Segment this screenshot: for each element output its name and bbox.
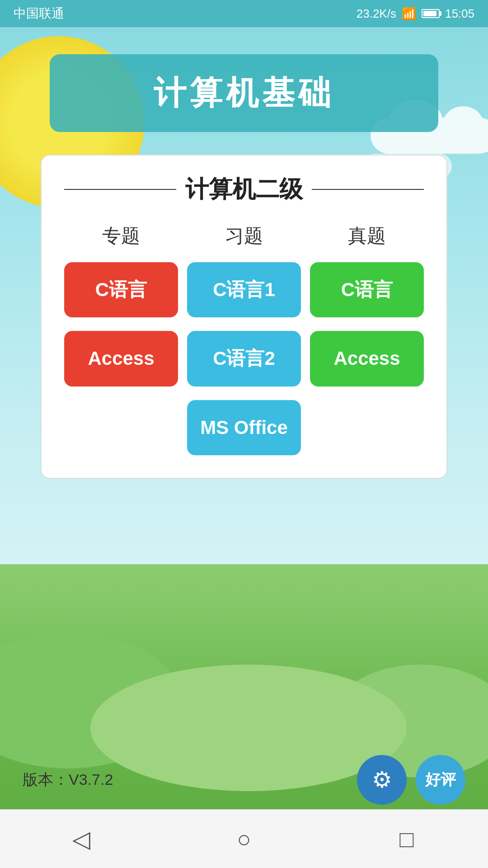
status-bar-right: 23.2K/s 📶 15:05 xyxy=(357,7,474,21)
carrier-label: 中国联通 xyxy=(14,5,64,22)
c-lang-real-button[interactable]: C语言 xyxy=(310,262,424,317)
card-title-wrap: 计算机二级 xyxy=(64,174,424,205)
recent-button[interactable]: □ xyxy=(384,821,429,857)
navigation-bar: ◁ ○ □ xyxy=(0,809,488,868)
title-line-right xyxy=(312,189,424,190)
card-title: 计算机二级 xyxy=(176,174,312,205)
c-lang-special-button[interactable]: C语言 xyxy=(64,262,178,317)
col-header-zhenti: 真题 xyxy=(310,223,424,249)
recent-icon: □ xyxy=(399,826,413,853)
c-lang2-exercise-button[interactable]: C语言2 xyxy=(187,331,301,386)
back-button[interactable]: ◁ xyxy=(59,821,104,857)
version-label: 版本：V3.7.2 xyxy=(23,769,113,790)
col-header-xiti: 习题 xyxy=(187,223,301,249)
col-header-zhuanti: 专题 xyxy=(64,223,178,249)
access-special-button[interactable]: Access xyxy=(64,331,178,386)
review-button[interactable]: 好评 xyxy=(416,755,465,805)
home-icon: ○ xyxy=(237,826,251,853)
home-button[interactable]: ○ xyxy=(221,821,267,857)
subject-card: 计算机二级 专题 习题 真题 C语言 C语言1 C语言 Access C语言2 … xyxy=(41,155,447,479)
main-content: 计算机基础 计算机二级 专题 习题 真题 C语言 C语言1 C语言 Access… xyxy=(0,27,488,479)
settings-button[interactable]: ⚙ xyxy=(357,755,407,805)
network-speed: 23.2K/s xyxy=(357,7,396,21)
status-bar: 中国联通 23.2K/s 📶 15:05 xyxy=(0,0,488,27)
bottom-bar: 版本：V3.7.2 ⚙ 好评 xyxy=(0,755,488,805)
title-line-left xyxy=(64,189,176,190)
column-headers: 专题 习题 真题 xyxy=(64,223,424,249)
app-title: 计算机基础 xyxy=(154,75,334,111)
time-label: 15:05 xyxy=(445,7,474,21)
ms-office-exercise-button[interactable]: MS Office xyxy=(187,400,301,455)
bottom-buttons: ⚙ 好评 xyxy=(357,755,465,805)
title-banner: 计算机基础 xyxy=(50,54,438,132)
wifi-icon: 📶 xyxy=(402,7,416,21)
empty-cell-right xyxy=(310,400,424,455)
access-real-button[interactable]: Access xyxy=(310,331,424,386)
c-lang1-exercise-button[interactable]: C语言1 xyxy=(187,262,301,317)
back-icon: ◁ xyxy=(72,826,90,853)
empty-cell-left xyxy=(64,400,178,455)
settings-icon: ⚙ xyxy=(372,767,392,793)
button-grid: C语言 C语言1 C语言 Access C语言2 Access MS Offic… xyxy=(64,262,424,455)
battery-icon xyxy=(422,9,440,18)
